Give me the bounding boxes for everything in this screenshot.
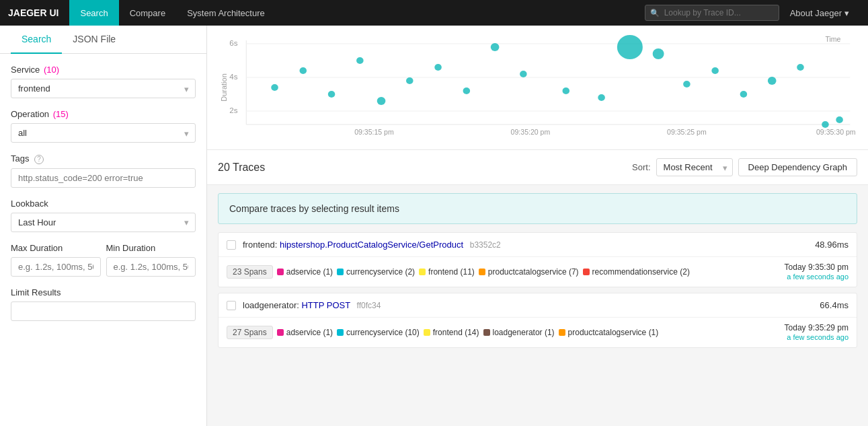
- min-duration-label: Min Duration: [106, 243, 196, 253]
- service-select-wrap: frontendadservicecartservicecheckoutserv…: [11, 79, 196, 98]
- nav-search[interactable]: Search: [69, 0, 118, 26]
- scatter-chart: 6s 4s 2s Duration 09:35:15 pm 09:35:20 p…: [218, 34, 857, 141]
- lookup-input[interactable]: [645, 5, 779, 21]
- lookback-group: Lookback Last HourLast 2 HoursLast 3 Hou…: [11, 199, 196, 232]
- lookback-select[interactable]: Last HourLast 2 HoursLast 3 HoursLast 6 …: [11, 213, 196, 232]
- limit-results-input[interactable]: 20: [11, 301, 196, 321]
- duration-row: Max Duration Min Duration: [11, 243, 196, 287]
- service-badge: recommendationservice (2): [583, 267, 690, 277]
- nav-compare[interactable]: Compare: [119, 0, 176, 26]
- nav-lookup-wrap: 🔍: [645, 5, 779, 21]
- service-badge: productcatalogservice (1): [559, 328, 659, 337]
- svg-text:Duration: Duration: [219, 73, 227, 102]
- trace-list: frontend: hipstershop.ProductCatalogServ…: [207, 232, 868, 348]
- trace-checkbox[interactable]: [227, 240, 236, 250]
- svg-text:09:35:30 pm: 09:35:30 pm: [816, 129, 856, 136]
- max-duration-input[interactable]: [11, 257, 101, 277]
- svg-text:6s: 6s: [229, 39, 238, 47]
- svg-text:4s: 4s: [229, 73, 238, 81]
- svg-point-19: [406, 77, 413, 84]
- traces-count: 20 Traces: [218, 162, 265, 174]
- svg-point-33: [822, 121, 829, 128]
- lookback-select-wrap: Last HourLast 2 HoursLast 3 HoursLast 6 …: [11, 213, 196, 232]
- service-select[interactable]: frontendadservicecartservicecheckoutserv…: [11, 79, 196, 98]
- svg-point-34: [836, 116, 843, 123]
- svg-text:Time: Time: [825, 36, 840, 43]
- svg-text:09:35:25 pm: 09:35:25 pm: [667, 129, 707, 136]
- service-dot: [483, 329, 490, 336]
- limit-results-group: Limit Results 20: [11, 287, 196, 321]
- sidebar-content: Service (10) frontendadservicecartservic…: [0, 54, 206, 343]
- svg-point-22: [491, 43, 500, 51]
- svg-point-18: [377, 97, 386, 105]
- service-group: Service (10) frontendadservicecartservic…: [11, 65, 196, 98]
- service-dot: [419, 269, 426, 275]
- operation-group: Operation (15) all: [11, 109, 196, 143]
- svg-point-29: [711, 67, 719, 74]
- min-duration-group: Min Duration: [106, 243, 196, 277]
- svg-point-30: [740, 91, 748, 98]
- tags-help-icon[interactable]: ?: [34, 155, 44, 164]
- service-badge: frontend (14): [424, 328, 479, 337]
- service-badge: currencyservice (2): [337, 267, 415, 277]
- operation-select-wrap: all: [11, 123, 196, 143]
- search-icon: 🔍: [650, 9, 660, 17]
- service-dot: [583, 269, 590, 275]
- top-nav: JAEGER UI Search Compare System Architec…: [0, 0, 868, 26]
- svg-point-31: [768, 77, 777, 85]
- chart-area: 6s 4s 2s Duration 09:35:15 pm 09:35:20 p…: [207, 26, 868, 150]
- sidebar-tabs: Search JSON File: [0, 26, 206, 54]
- service-dot: [337, 329, 344, 336]
- tags-label: Tags ?: [11, 153, 196, 164]
- service-badge: adservice (1): [277, 267, 333, 277]
- service-dot: [479, 269, 485, 275]
- nav-system-architecture[interactable]: System Architecture: [176, 0, 276, 26]
- nav-search-wrap: 🔍: [645, 5, 779, 21]
- chart-container: 6s 4s 2s Duration 09:35:15 pm 09:35:20 p…: [218, 34, 857, 141]
- service-badge: currencyservice (10): [337, 328, 420, 337]
- lookback-label: Lookback: [11, 199, 196, 209]
- spans-badge: 27 Spans: [227, 326, 273, 339]
- deep-dependency-button[interactable]: Deep Dependency Graph: [738, 158, 857, 176]
- service-badge: frontend (11): [419, 267, 475, 277]
- sort-select[interactable]: Most RecentLongest FirstShortest FirstMo…: [656, 158, 733, 176]
- svg-point-32: [797, 64, 804, 71]
- operation-select[interactable]: all: [11, 123, 196, 143]
- svg-point-14: [271, 84, 278, 91]
- svg-point-24: [562, 87, 569, 94]
- about-jaeger[interactable]: About Jaeger ▾: [779, 8, 860, 18]
- svg-point-16: [328, 91, 336, 98]
- svg-text:2s: 2s: [229, 106, 238, 114]
- trace-item: frontend: hipstershop.ProductCatalogServ…: [218, 232, 857, 287]
- trace-meta: Today 9:35:29 pm a few seconds ago: [785, 323, 849, 342]
- service-dot: [277, 269, 284, 275]
- tab-json-file[interactable]: JSON File: [62, 26, 126, 54]
- service-label: Service (10): [11, 65, 196, 75]
- trace-title[interactable]: frontend: hipstershop.ProductCatalogServ…: [243, 240, 815, 250]
- trace-duration: 48.96ms: [815, 240, 849, 250]
- sidebar: Search JSON File Service (10) frontendad…: [0, 26, 207, 426]
- service-dot: [277, 329, 284, 336]
- tab-search[interactable]: Search: [11, 26, 62, 54]
- svg-text:09:35:20 pm: 09:35:20 pm: [511, 129, 551, 136]
- svg-point-23: [520, 71, 527, 77]
- chevron-down-icon: ▾: [844, 8, 849, 18]
- max-duration-group: Max Duration: [11, 243, 101, 277]
- trace-title[interactable]: loadgenerator: HTTP POST ff0fc34: [243, 300, 820, 310]
- limit-results-label: Limit Results: [11, 287, 196, 297]
- svg-point-20: [434, 64, 442, 71]
- trace-item-body: 27 Spans adservice (1) currencyservice (…: [219, 318, 857, 347]
- layout: Search JSON File Service (10) frontendad…: [0, 26, 868, 426]
- svg-text:09:35:15 pm: 09:35:15 pm: [354, 129, 394, 136]
- main-content: 6s 4s 2s Duration 09:35:15 pm 09:35:20 p…: [207, 26, 868, 426]
- sort-label: Sort:: [632, 162, 650, 172]
- trace-item: loadgenerator: HTTP POST ff0fc34 66.4ms …: [218, 293, 857, 348]
- service-badge: productcatalogservice (7): [479, 267, 579, 277]
- tags-input[interactable]: [11, 168, 196, 188]
- trace-checkbox[interactable]: [227, 301, 236, 310]
- max-duration-label: Max Duration: [11, 243, 101, 253]
- min-duration-input[interactable]: [106, 257, 196, 277]
- traces-header: 20 Traces Sort: Most RecentLongest First…: [207, 150, 868, 185]
- svg-point-21: [463, 87, 471, 94]
- service-dot: [337, 269, 344, 275]
